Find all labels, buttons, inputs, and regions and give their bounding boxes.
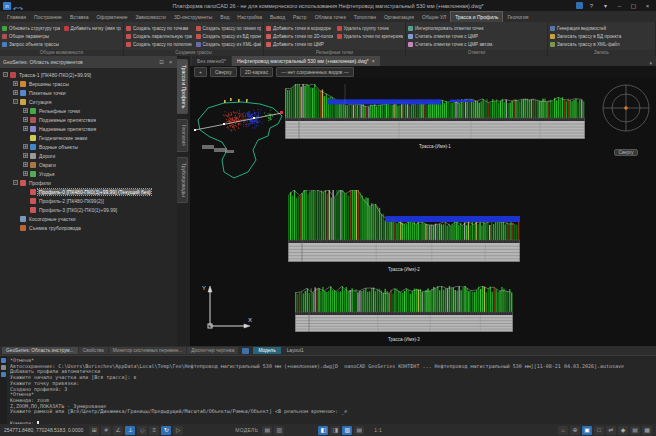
interface-settings-icon[interactable]: ▦	[642, 426, 652, 435]
ribbon-tab-Растр[interactable]: Растр	[289, 12, 311, 22]
ribbon-button[interactable]: Интерполировать отметки точек	[408, 24, 545, 32]
ribbon-button[interactable]: Добавить нитку (имя трассы)	[64, 24, 122, 32]
tree-item[interactable]: -Профили	[3, 178, 177, 187]
layout-tab-Layout1[interactable]: Layout1	[282, 347, 309, 354]
ribbon-tab-Оформление[interactable]: Оформление	[92, 12, 131, 22]
workspace-switch-icon[interactable]: ⇄	[606, 426, 616, 435]
clean-screen-icon[interactable]: ◆	[618, 426, 628, 435]
tree-expander-icon[interactable]: -	[13, 99, 18, 104]
tree-item[interactable]: +Надземные препятствия	[3, 124, 177, 133]
panel-tab[interactable]: Монитор системных перемен...	[109, 347, 187, 354]
side-tab-Трасса и Профиль[interactable]: Трасса и Профиль	[177, 59, 188, 114]
ribbon-tab-Трасса и Профиль[interactable]: Трасса и Профиль	[450, 11, 503, 22]
ribbon-tab-Общие УЛ[interactable]: Общие УЛ	[418, 12, 450, 22]
otrack-icon[interactable]: ◇	[137, 426, 147, 435]
tree-item[interactable]: +Вершины трассы	[3, 79, 177, 88]
dynamic-input-icon[interactable]: ▷	[173, 426, 183, 435]
ribbon-button[interactable]: Создать трассу по точкам	[126, 24, 192, 32]
tree-expander-icon[interactable]: +	[23, 153, 28, 158]
ribbon-button[interactable]: Удалить точки по критериям	[337, 32, 404, 40]
ribbon-button[interactable]: Добавить точки в коридоре	[266, 24, 333, 32]
ribbon-layout-icon[interactable]	[576, 2, 583, 9]
ribbon-button[interactable]: Добавить точки по ЦМР	[266, 41, 333, 49]
tree-expander-icon[interactable]: +	[13, 90, 18, 95]
ribbon-button[interactable]: Запрос объекта трассы	[2, 41, 60, 49]
minimize-button[interactable]: –	[614, 3, 625, 9]
grid-icon[interactable]: ⊞	[89, 426, 99, 435]
view-control-button[interactable]: +	[194, 67, 207, 77]
pin-icon[interactable]: ⊡	[158, 59, 165, 65]
view-control-button[interactable]: Сверху	[210, 67, 237, 77]
tree-expander-icon[interactable]: -	[13, 180, 18, 185]
ribbon-button[interactable]: Создать параллельную трассу	[126, 32, 192, 40]
tree-item[interactable]: +Дороги	[3, 151, 177, 160]
panel-tab[interactable]: Диспетчер чертежа	[187, 347, 238, 354]
tree-expander-icon[interactable]: +	[23, 171, 28, 176]
tree-item[interactable]: Профиль-2 [ПК480-ПК99(2)]	[3, 196, 177, 205]
side-tab-Трубопроводы[interactable]: Трубопроводы	[177, 157, 188, 203]
tree-expander-icon[interactable]: +	[13, 81, 18, 86]
tree-expander-icon[interactable]: +	[23, 108, 28, 113]
ribbon-button[interactable]: Создать трассу из БД проекта	[196, 32, 262, 40]
ribbon-tab-Зависимости[interactable]: Зависимости	[132, 12, 170, 22]
viewport-icon[interactable]: ▣	[582, 426, 592, 435]
selection-cycling-icon[interactable]: ◧	[318, 426, 328, 435]
tree-item[interactable]: Профиль-3 [ПК0(2)-ПК0(1)+99.99]	[3, 205, 177, 214]
tree-expander-icon[interactable]: +	[23, 117, 28, 122]
osnap-icon[interactable]: ⊥	[125, 426, 135, 435]
document-tab[interactable]: Нефтепровод магистральный 530 мм (+накло…	[232, 56, 380, 66]
panel-tab[interactable]: GeoSeries: Область инструм...	[2, 347, 78, 354]
tree-item[interactable]: Профиль-0 [ПК480-ПК0(3)+99.99] (Текущий …	[3, 187, 177, 196]
tree-item[interactable]: Косогорные участки	[3, 214, 177, 223]
ribbon-button[interactable]: Записать трассу в БД проекта	[550, 32, 653, 40]
ribbon-tab-Организация[interactable]: Организация	[380, 12, 418, 22]
help-button[interactable]: ?	[586, 3, 597, 9]
object-isolate-icon[interactable]: ▤	[354, 426, 364, 435]
nav-wheel-view-label[interactable]: Сверху	[614, 149, 637, 156]
home-view-icon[interactable]: ⌂	[558, 426, 568, 435]
tree-item[interactable]: -Ситуация	[3, 97, 177, 106]
document-tab[interactable]: Без имени0*	[192, 56, 231, 66]
view-control-button[interactable]: 2D-каркас	[240, 67, 274, 77]
scale-indicator[interactable]: 1:1	[374, 427, 382, 433]
maximize-button[interactable]: ▢	[628, 2, 639, 9]
view-control-button[interactable]: — нет сохраненных видов —	[276, 67, 354, 77]
title-dropdown-icon[interactable]: ▾	[600, 2, 611, 9]
tree-expander-icon[interactable]: +	[23, 162, 28, 167]
tree-item[interactable]: +Пикетные точки	[3, 88, 177, 97]
ribbon-tab-Топоплан[interactable]: Топоплан	[350, 12, 380, 22]
ribbon-tab-Облака точек[interactable]: Облака точек	[311, 12, 350, 22]
ribbon-button[interactable]: Общие параметры	[2, 32, 60, 40]
panel-tab[interactable]: Свойства	[79, 347, 108, 354]
layout-grid-icon[interactable]	[242, 348, 249, 354]
ribbon-tab-Вид[interactable]: Вид	[216, 12, 233, 22]
lineweight-icon[interactable]: ≡	[149, 426, 159, 435]
ribbon-tab-Главная[interactable]: Главная	[3, 12, 30, 22]
quick-properties-icon[interactable]: ▥	[342, 426, 352, 435]
tab-close-icon[interactable]: ×	[372, 58, 375, 64]
tree-item[interactable]: +Подземные препятствия	[3, 115, 177, 124]
ribbon-button[interactable]: Считать отметки точек с ЦМР	[408, 32, 545, 40]
ribbon-tab-Построение[interactable]: Построение	[30, 12, 66, 22]
ribbon-button[interactable]: Создать трассу по линии профиля	[196, 24, 262, 32]
ribbon-button[interactable]: Создать трассу из XML-файла	[196, 41, 262, 49]
layout-tab-Модель[interactable]: Модель	[253, 347, 280, 354]
ribbon-tab-Вывод[interactable]: Вывод	[266, 12, 289, 22]
snap-icon[interactable]: #	[101, 426, 111, 435]
ribbon-button[interactable]: Обновить структуру трасс	[2, 24, 60, 32]
tree-expander-icon[interactable]: -	[3, 72, 8, 77]
paper-space-icon[interactable]: ▥	[274, 426, 284, 435]
annotation-scale-icon[interactable]: ◨	[330, 426, 340, 435]
tree-item[interactable]: Съемка трубопровода	[3, 223, 177, 232]
tree-item[interactable]: +Рельефные точки	[3, 106, 177, 115]
navigation-wheel[interactable]: Сверху	[598, 80, 654, 158]
palette-close-icon[interactable]: ×	[167, 59, 174, 65]
ribbon-button[interactable]: Добавить точки по 2D-положению	[266, 32, 333, 40]
ribbon-button[interactable]: Записать трассу в XML-файл	[550, 41, 653, 49]
drawing-canvas[interactable]: Трасса-(Имя)-1Трасса-(Имя)-2Трасса-(Имя)…	[190, 78, 656, 346]
polar-tracking-icon[interactable]: ∠	[113, 426, 123, 435]
layers-icon[interactable]: ▤	[630, 426, 640, 435]
tree-item[interactable]: -Трасса-1 [ПК480-ПК0(2)+99.99]	[3, 70, 177, 79]
frame-icon[interactable]: □	[594, 426, 604, 435]
ribbon-button[interactable]: Генерация ведомостей	[550, 24, 653, 32]
